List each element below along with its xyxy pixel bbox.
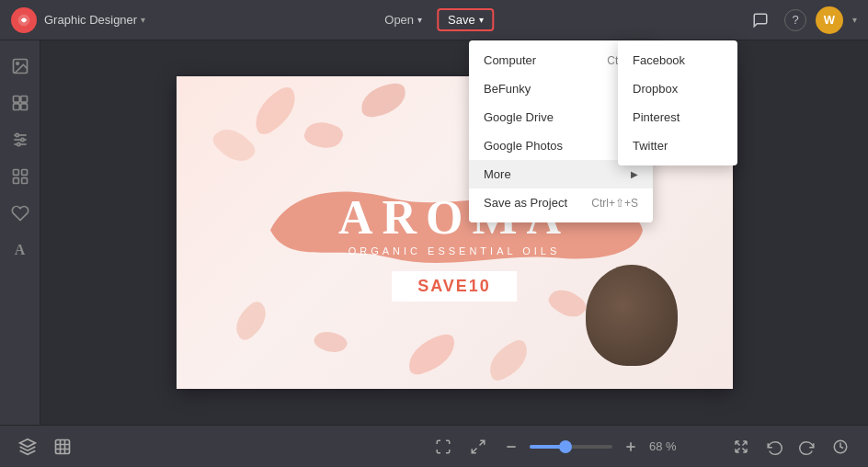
- sidebar-item-text[interactable]: A: [4, 234, 37, 267]
- fit-screen-icon[interactable]: [430, 434, 456, 460]
- aroma-subtitle: ORGANIC ESSENTIAL OILS: [338, 245, 570, 256]
- svg-rect-6: [20, 104, 27, 110]
- canvas-area: AROMA ORGANIC ESSENTIAL OILS SAVE10: [40, 40, 868, 425]
- zoom-controls: 68 %: [500, 436, 682, 458]
- sidebar-item-adjustments[interactable]: [4, 123, 37, 156]
- sidebar-item-layouts[interactable]: [4, 86, 37, 120]
- save-twitter-item[interactable]: Twitter: [618, 131, 737, 160]
- save-badge: SAVE10: [392, 271, 517, 302]
- svg-point-12: [17, 142, 19, 145]
- layers-icon[interactable]: [15, 434, 40, 460]
- open-button[interactable]: Open ▾: [373, 8, 433, 31]
- nav-center: Open ▾ Save ▾: [373, 8, 494, 31]
- bottle-decoration: [586, 265, 678, 366]
- zoom-slider[interactable]: [530, 445, 612, 449]
- zoom-out-button[interactable]: [500, 436, 522, 458]
- svg-rect-14: [21, 170, 27, 176]
- bottom-right-actions: [728, 434, 853, 460]
- save-pinterest-item[interactable]: Pinterest: [618, 103, 737, 131]
- zoom-thumb[interactable]: [559, 440, 572, 453]
- fit-icon[interactable]: [728, 434, 754, 460]
- app-title-chevron: ▾: [141, 15, 145, 25]
- svg-point-2: [16, 63, 17, 65]
- topbar: Graphic Designer ▾ Open ▾ Save ▾ ? W ▾: [0, 0, 868, 40]
- svg-rect-15: [13, 178, 18, 184]
- save-facebook-item[interactable]: Facebook: [618, 46, 737, 74]
- sidebar-item-favorites[interactable]: [4, 197, 37, 230]
- chat-icon[interactable]: [746, 6, 775, 35]
- save-more-submenu: Facebook Dropbox Pinterest Twitter: [618, 40, 737, 165]
- svg-point-10: [16, 133, 18, 136]
- save-button[interactable]: Save ▾: [437, 8, 495, 31]
- sidebar: A: [0, 40, 40, 425]
- sidebar-item-elements[interactable]: [4, 160, 37, 193]
- history-icon[interactable]: [828, 434, 853, 460]
- svg-rect-4: [20, 97, 27, 103]
- redo-button[interactable]: [794, 434, 820, 460]
- svg-rect-16: [21, 178, 27, 184]
- save-badge-text: SAVE10: [417, 277, 491, 295]
- bottombar: 68 %: [0, 425, 868, 467]
- svg-rect-3: [13, 97, 19, 103]
- svg-rect-17: [56, 439, 70, 453]
- help-icon[interactable]: ?: [784, 9, 806, 31]
- save-dropbox-item[interactable]: Dropbox: [618, 74, 737, 103]
- frame-icon[interactable]: [50, 434, 75, 460]
- svg-rect-5: [13, 104, 19, 110]
- save-arrow: ▾: [479, 15, 484, 25]
- open-arrow: ▾: [417, 15, 422, 25]
- save-as-project-item[interactable]: Save as Project Ctrl+⇧+S: [469, 188, 653, 217]
- more-arrow: ▶: [631, 169, 638, 179]
- svg-rect-13: [13, 170, 18, 176]
- zoom-percentage: 68 %: [649, 439, 682, 453]
- avatar-chevron[interactable]: ▾: [852, 15, 857, 25]
- zoom-in-button[interactable]: [620, 436, 642, 458]
- main-layout: A: [0, 40, 868, 425]
- expand-icon[interactable]: [465, 434, 491, 460]
- app-title-text: Graphic Designer: [44, 13, 137, 27]
- nav-right: ? W ▾: [746, 6, 857, 35]
- app-logo[interactable]: [11, 7, 37, 33]
- zoom-slider-fill: [530, 445, 561, 449]
- user-avatar[interactable]: W: [816, 6, 843, 34]
- sidebar-item-images[interactable]: [4, 50, 37, 83]
- svg-point-11: [20, 138, 23, 141]
- app-title[interactable]: Graphic Designer ▾: [44, 13, 145, 27]
- undo-button[interactable]: [761, 434, 787, 460]
